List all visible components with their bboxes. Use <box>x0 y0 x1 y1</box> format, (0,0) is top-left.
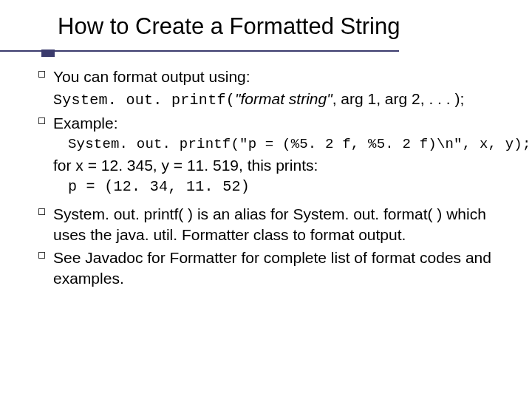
slide-body: You can format output using: System. out… <box>0 66 532 289</box>
list-item: Example: System. out. printf("p = (%5. 2… <box>53 113 499 197</box>
square-bullet-icon <box>38 71 45 78</box>
code-output: p = (12. 34, 11. 52) <box>68 177 499 197</box>
code-text: System. out. printf( <box>53 92 235 109</box>
list-item: You can format output using: System. out… <box>53 66 499 110</box>
body-text: You can format output using: <box>53 68 250 85</box>
code-text: System. out. printf("p = (%5. 2 f, %5. 2… <box>68 135 499 154</box>
square-bullet-icon <box>38 252 45 259</box>
square-bullet-icon <box>38 208 45 215</box>
list-item: System. out. printf( ) is an alias for S… <box>53 204 499 245</box>
body-text: , arg 1, arg 2, . . . ); <box>332 90 465 107</box>
square-bullet-icon <box>38 117 45 124</box>
list-item: See Javadoc for Formatter for complete l… <box>53 248 499 288</box>
body-text: System. out. printf( ) is an alias for S… <box>53 205 486 243</box>
slide-title: How to Create a Formatted String <box>0 0 532 50</box>
body-text: Example: <box>53 115 118 132</box>
body-text: for x = 12. 345, y = 11. 519, this print… <box>53 155 499 176</box>
body-text: See Javadoc for Formatter for complete l… <box>53 249 491 287</box>
code-italic: "format string" <box>235 90 332 107</box>
